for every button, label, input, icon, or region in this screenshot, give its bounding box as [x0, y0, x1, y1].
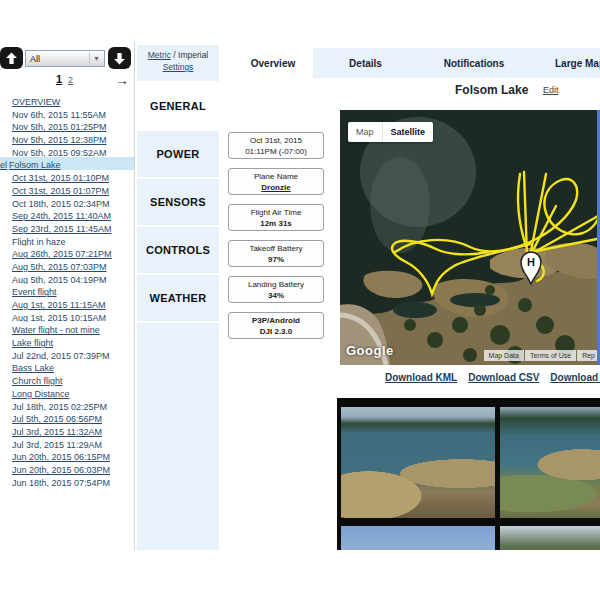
flight-link[interactable]: Nov 6th, 2015 11:55AM	[12, 110, 106, 120]
previous-flight-button[interactable]	[0, 47, 23, 69]
settings-column: Metric / Imperial Settings GENERALPOWERS…	[137, 45, 219, 550]
download-links: Download KMLDownload CSVDownload Orig	[385, 372, 600, 383]
next-flight-button[interactable]	[108, 47, 131, 69]
flight-link[interactable]: Jul 5th, 2015 06:56PM	[12, 414, 102, 424]
download-kml-link[interactable]: Download KML	[385, 372, 457, 383]
flight-list-row: Aug 26th, 2015 07:21PM	[0, 246, 134, 259]
tab-overview[interactable]: Overview	[233, 48, 313, 78]
flight-list-row: Nov 5th, 2015 09:52AM	[0, 145, 134, 158]
flight-link[interactable]: Aug 26th, 2015 07:21PM	[12, 249, 112, 259]
flight-list-row: Nov 5th, 2015 12:38PM	[0, 132, 134, 145]
flight-link[interactable]: Jul 3rd, 2015 11:32AM	[12, 427, 102, 437]
air-time-box: Flight Air Time12m 31s	[228, 204, 324, 231]
flight-list-row-selected: elFolsom Lake	[0, 157, 134, 170]
page-1-current[interactable]: 1	[56, 73, 62, 85]
flight-photo-thumbnail[interactable]	[500, 526, 600, 550]
flight-link[interactable]: Jun 18th, 2015 07:54PM	[12, 478, 110, 488]
section-power[interactable]: POWER	[137, 131, 219, 177]
flight-link[interactable]: Event flight	[12, 287, 57, 297]
section-general[interactable]: GENERAL	[137, 83, 219, 129]
box-value: 97%	[230, 254, 322, 265]
section-controls[interactable]: CONTROLS	[137, 227, 219, 273]
map-view-button[interactable]: Map	[348, 122, 382, 142]
pagination: 1 2 →	[0, 72, 134, 90]
flight-list-row: Jul 3rd, 2015 11:29AM	[0, 437, 134, 450]
flight-link[interactable]: Jul 3rd, 2015 11:29AM	[12, 440, 102, 450]
box-value: 01:11PM (-07:00)	[230, 146, 322, 157]
imperial-label: Imperial	[178, 50, 208, 60]
flight-list-row: Oct 18th, 2015 02:34PM	[0, 196, 134, 209]
box-value: 34%	[230, 290, 322, 301]
flight-list-row: Aug 5th, 2015 04:19PM	[0, 272, 134, 285]
flight-link[interactable]: Jun 20th, 2015 06:03PM	[12, 465, 110, 475]
tab-notifications[interactable]: Notifications	[418, 48, 530, 78]
flight-list-row: Aug 1st, 2015 11:15AM	[0, 297, 134, 310]
section-weather[interactable]: WEATHER	[137, 275, 219, 321]
flight-link[interactable]: Water flight - not mine	[12, 325, 100, 335]
flight-list: OVERVIEWNov 6th, 2015 11:55AMNov 5th, 20…	[0, 94, 134, 487]
download-original-link[interactable]: Download Orig	[550, 372, 600, 383]
page-2-link[interactable]: 2	[68, 75, 73, 85]
flight-list-row: Lake flight	[0, 335, 134, 348]
flight-link[interactable]: Aug 1st, 2015 11:15AM	[12, 300, 105, 310]
flight-link[interactable]: Nov 5th, 2015 09:52AM	[12, 148, 107, 158]
section-menu-filler	[137, 323, 219, 550]
filter-selected-value: All	[30, 54, 40, 64]
box-label: Flight Air Time	[230, 208, 322, 218]
flight-list-row: Event flight	[0, 284, 134, 297]
flight-link[interactable]: Oct 31st, 2015 01:07PM	[12, 186, 109, 196]
flight-link[interactable]: Folsom Lake	[9, 160, 61, 170]
arrow-up-icon	[5, 52, 18, 65]
flight-list-row: Jul 3rd, 2015 11:32AM	[0, 424, 134, 437]
flight-link[interactable]: Church flight	[12, 376, 63, 386]
section-sensors[interactable]: SENSORS	[137, 179, 219, 225]
flight-list-row: Church flight	[0, 373, 134, 386]
flight-link[interactable]: Sep 23rd, 2015 11:45AM	[12, 224, 111, 234]
flight-photo-thumbnail[interactable]	[500, 407, 600, 518]
flight-link[interactable]: Aug 5th, 2015 04:19PM	[12, 275, 107, 285]
download-csv-link[interactable]: Download CSV	[468, 372, 539, 383]
flight-link[interactable]: Bass Lake	[12, 363, 54, 373]
satellite-view-button[interactable]: Satellite	[382, 122, 434, 142]
box-label: Plane Name	[230, 172, 322, 182]
flight-list-row: Water flight - not mine	[0, 322, 134, 335]
flight-link[interactable]: Sep 24th, 2015 11:40AM	[12, 211, 111, 221]
flight-link[interactable]: Oct 18th, 2015 02:34PM	[12, 199, 110, 209]
flight-list-row: Jul 5th, 2015 06:56PM	[0, 411, 134, 424]
flight-link[interactable]: Nov 5th, 2015 01:25PM	[12, 122, 107, 132]
flight-list-row: Nov 5th, 2015 01:25PM	[0, 119, 134, 132]
google-logo: Google	[346, 343, 394, 358]
metric-link[interactable]: Metric	[148, 50, 171, 60]
flight-map[interactable]: H Map Satellite Google Map DataTerms of …	[340, 110, 600, 365]
flight-link[interactable]: Flight in haze	[12, 237, 66, 247]
flight-link[interactable]: Jul 18th, 2015 02:25PM	[12, 402, 107, 412]
edit-flight-name-link[interactable]: Edit	[543, 85, 559, 95]
tab-details[interactable]: Details	[313, 48, 418, 78]
tab-large-map[interactable]: Large Map	[530, 48, 600, 78]
flight-link[interactable]: Aug 1st, 2015 10:15AM	[12, 313, 106, 323]
settings-link[interactable]: Settings	[137, 61, 219, 73]
flight-link[interactable]: Jul 22nd, 2015 07:39PM	[12, 351, 110, 361]
flight-photo-thumbnail[interactable]	[341, 526, 495, 550]
plane-name-box[interactable]: Plane NameDronzie	[228, 168, 324, 195]
flight-list-row: OVERVIEW	[0, 94, 134, 107]
flight-link[interactable]: Nov 5th, 2015 12:38PM	[12, 135, 107, 145]
flight-list-row: Jul 18th, 2015 02:25PM	[0, 399, 134, 412]
flight-link[interactable]: Long Distance	[12, 389, 70, 399]
flight-photo-grid	[337, 398, 600, 550]
flight-list-row: Aug 5th, 2015 07:03PM	[0, 259, 134, 272]
flight-photo-thumbnail[interactable]	[341, 407, 495, 518]
terms-of-use-link[interactable]: Terms of Use	[525, 350, 576, 361]
flight-link[interactable]: Jun 20th, 2015 06:15PM	[12, 452, 110, 462]
flight-link[interactable]: Lake flight	[12, 338, 53, 348]
arrow-down-icon	[113, 52, 126, 65]
next-page-arrow[interactable]: →	[115, 72, 129, 88]
flight-link[interactable]: OVERVIEW	[12, 97, 60, 107]
flight-link[interactable]: Aug 5th, 2015 07:03PM	[12, 262, 107, 272]
flight-list-row: Oct 31st, 2015 01:07PM	[0, 183, 134, 196]
flight-list-sidebar: All ▾ 1 2 → OVERVIEWNov 6th, 2015 11:55A…	[0, 42, 135, 550]
flight-link[interactable]: Oct 31st, 2015 01:10PM	[12, 173, 109, 183]
flight-filter-select[interactable]: All ▾	[25, 50, 105, 67]
box-value[interactable]: Dronzie	[230, 182, 322, 193]
map-attribution: Map DataTerms of UseRep	[484, 350, 600, 361]
